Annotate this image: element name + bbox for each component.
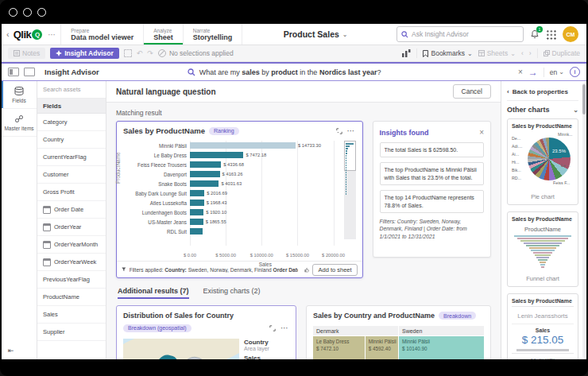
notification-badge: 1 bbox=[536, 26, 543, 33]
window-close-button[interactable] bbox=[9, 8, 17, 17]
treemap-group-header[interactable]: Sweden bbox=[399, 326, 484, 335]
field-item[interactable]: Gross Profit bbox=[37, 184, 106, 201]
field-item[interactable]: CurrentYearFlag bbox=[37, 149, 106, 166]
category-label: US-Master Jeans bbox=[123, 217, 190, 227]
notifications-button[interactable]: 1 bbox=[530, 29, 540, 39]
field-item[interactable]: PreviousYearFlag bbox=[37, 271, 106, 289]
panel-scrollbar-thumb[interactable] bbox=[582, 84, 586, 114]
bar[interactable] bbox=[190, 209, 203, 215]
treemap-visualization[interactable]: DenmarkLe Baby Dress$ 7472.10Minnki Päls… bbox=[313, 326, 484, 359]
bar[interactable] bbox=[190, 152, 243, 158]
bar[interactable] bbox=[190, 190, 204, 196]
step-back-icon[interactable]: ↶ bbox=[137, 49, 143, 57]
kpi-scrollbar[interactable] bbox=[516, 349, 569, 351]
field-item[interactable]: OrderYear bbox=[37, 219, 106, 236]
field-item[interactable]: OrderYearWeek bbox=[37, 254, 106, 271]
notes-button[interactable]: Notes bbox=[8, 48, 45, 59]
field-item[interactable]: Order Date bbox=[37, 201, 106, 219]
results-tab-1[interactable]: Existing charts (2) bbox=[203, 287, 261, 299]
insight-item[interactable]: The top ProductName is Minnki Pälsii wit… bbox=[380, 162, 484, 185]
next-sheet-icon[interactable]: › bbox=[529, 49, 532, 57]
expand-icon[interactable] bbox=[269, 325, 276, 331]
bookmarks-button[interactable]: Bookmarks⌄ bbox=[423, 49, 472, 57]
field-item[interactable]: Customer bbox=[37, 166, 106, 184]
info-icon[interactable]: i bbox=[570, 67, 580, 77]
more-menu-icon[interactable]: ⋯ bbox=[48, 30, 56, 39]
treemap-cell[interactable]: Minnki Pälsii$ 10140.90 bbox=[399, 336, 484, 359]
duplicate-button[interactable]: Duplicate bbox=[544, 49, 580, 57]
search-assets-input[interactable]: Search assets bbox=[37, 81, 106, 99]
bar[interactable] bbox=[190, 200, 204, 206]
panel-scrollbar-track[interactable] bbox=[582, 83, 586, 358]
map-visualization[interactable] bbox=[123, 339, 239, 359]
chevron-down-icon[interactable]: ⌄ bbox=[342, 31, 348, 38]
bar-plot-area[interactable]: $ 14733.30$ 7472.18$ 4336.68$ 4163.26$ 4… bbox=[190, 141, 341, 246]
language-selector[interactable]: en⌄ bbox=[550, 68, 564, 76]
rail-item-master-items[interactable]: Master items bbox=[2, 109, 37, 137]
nl-question-input[interactable]: What are my sales by product in the Nord… bbox=[188, 68, 513, 76]
bar-chart-card[interactable]: Sales by ProductName Ranking ⋯ ProductNa… bbox=[116, 121, 363, 278]
cancel-button[interactable]: Cancel bbox=[453, 84, 491, 99]
alt-chart-card-pie[interactable]: Sales by ProductName De...Adi....Ai...Hi… bbox=[507, 118, 578, 205]
chart-suggestions-icon[interactable] bbox=[402, 49, 411, 57]
window-minimize-button[interactable] bbox=[23, 8, 32, 17]
close-icon[interactable]: × bbox=[479, 128, 484, 137]
chart-minimap-scrollbar[interactable] bbox=[344, 141, 356, 239]
qlik-logo: QlikQ bbox=[14, 29, 43, 41]
global-search-input[interactable]: Ask Insight Advisor bbox=[397, 26, 524, 42]
chart-menu-icon[interactable]: ⋯ bbox=[280, 324, 289, 332]
back-icon[interactable]: ‹ bbox=[6, 29, 10, 39]
nav-tab-prepare[interactable]: PrepareData model viewer bbox=[60, 24, 143, 45]
clear-question-icon[interactable]: × bbox=[518, 68, 523, 76]
selections-tool-icon[interactable] bbox=[124, 49, 132, 57]
expand-icon[interactable] bbox=[336, 128, 342, 134]
treemap-cell[interactable]: Minnki Pälsii$ 4592.40 bbox=[366, 336, 398, 359]
bar[interactable] bbox=[190, 142, 296, 149]
app-launcher-icon[interactable] bbox=[546, 29, 556, 40]
field-item[interactable]: Sales bbox=[37, 306, 106, 324]
results-tab-0[interactable]: Additional results (7) bbox=[118, 287, 189, 299]
thumbs-up-icon[interactable] bbox=[304, 266, 309, 273]
submit-question-icon[interactable]: → bbox=[528, 67, 538, 78]
bar[interactable] bbox=[190, 161, 221, 168]
alt-chart-card-funnel[interactable]: Sales by ProductName ProductName Funnel … bbox=[507, 211, 578, 287]
bar[interactable] bbox=[190, 180, 219, 187]
window-maximize-button[interactable] bbox=[37, 8, 46, 17]
other-charts-header[interactable]: Other charts ⌄ bbox=[507, 101, 578, 118]
rail-item-fields[interactable]: Fields bbox=[2, 81, 37, 109]
treemap-cell[interactable]: Le Baby Dress$ 7472.10 bbox=[313, 336, 365, 359]
add-to-sheet-button[interactable]: Add to sheet bbox=[312, 264, 357, 276]
treemap-group-header[interactable]: Denmark bbox=[313, 326, 398, 335]
fields-section-header[interactable]: Fields bbox=[37, 99, 106, 114]
prev-sheet-icon[interactable]: ‹ bbox=[521, 49, 524, 57]
funnel-chart[interactable]: ProductName bbox=[512, 224, 574, 272]
avatar[interactable]: CM bbox=[563, 26, 578, 42]
insight-advisor-button[interactable]: Insight Advisor bbox=[50, 48, 119, 59]
field-item[interactable]: ProductName bbox=[37, 289, 106, 306]
nav-tab-narrate[interactable]: NarrateStorytelling bbox=[183, 24, 242, 45]
chart-menu-icon[interactable]: ⋯ bbox=[347, 126, 356, 135]
sheets-button[interactable]: Sheets⌄ bbox=[478, 49, 516, 57]
bar[interactable] bbox=[190, 228, 203, 235]
pie-chart[interactable] bbox=[528, 138, 571, 180]
back-to-properties-link[interactable]: ‹ Back to properties bbox=[507, 86, 578, 101]
bar[interactable] bbox=[190, 219, 203, 225]
map-chart-card[interactable]: Distribution of Sales for Country Breakd… bbox=[116, 305, 296, 359]
field-item[interactable]: Category bbox=[37, 114, 106, 131]
alt-chart-card-kpi[interactable]: Sales by ProductName Lenin Jeansshorts S… bbox=[507, 293, 578, 359]
collapse-panel-icon[interactable]: ⇤ bbox=[8, 347, 14, 355]
field-item[interactable]: Country bbox=[37, 131, 106, 149]
bar[interactable] bbox=[190, 171, 220, 177]
app-name[interactable]: Product Sales bbox=[284, 29, 339, 39]
field-item[interactable]: OrderYearMonth bbox=[37, 236, 106, 254]
insight-item[interactable]: The total Sales is $ 62598.50. bbox=[380, 142, 484, 157]
field-item[interactable]: Supplier bbox=[37, 324, 106, 341]
nav-tab-analyze[interactable]: AnalyzeSheet bbox=[143, 24, 183, 45]
multi-kpi[interactable]: Lenin Jeansshorts Sales $ 215.05 bbox=[512, 306, 574, 354]
view-toggle-left-icon[interactable] bbox=[8, 68, 19, 76]
step-forward-icon[interactable]: ↷ bbox=[147, 49, 153, 57]
results-scroll-area[interactable]: Matching result Sales by ProductName Ran… bbox=[106, 103, 501, 359]
treemap-chart-card[interactable]: Sales by Country and ProductName Breakdo… bbox=[306, 305, 491, 359]
insight-item[interactable]: The top 14 ProductName represents 78.8% … bbox=[380, 190, 484, 213]
view-toggle-right-icon[interactable] bbox=[24, 68, 35, 76]
